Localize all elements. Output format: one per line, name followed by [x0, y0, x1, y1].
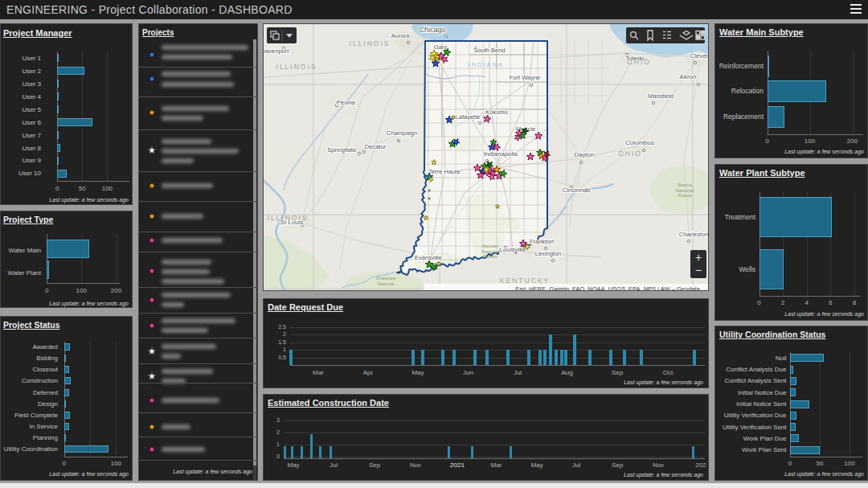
svg-text:Charleston: Charleston — [679, 231, 708, 238]
svg-text:OHIO: OHIO — [627, 58, 651, 66]
svg-text:Shawnee: Shawnee — [375, 276, 396, 281]
svg-text:Evansville: Evansville — [415, 254, 442, 261]
svg-text:Mansfield: Mansfield — [648, 92, 674, 100]
svg-text:Columbus: Columbus — [625, 139, 654, 146]
svg-text:National: National — [676, 188, 694, 193]
svg-text:Esri, HERE, Garmin, FAO, NOAA,: Esri, HERE, Garmin, FAO, NOAA, USGS, EPA… — [515, 285, 705, 291]
svg-text:South Bend: South Bend — [473, 47, 505, 54]
svg-text:Akron: Akron — [680, 73, 697, 80]
svg-text:ILLINOIS: ILLINOIS — [268, 214, 309, 222]
svg-text:Peoria: Peoria — [336, 99, 355, 106]
svg-text:Kokomo: Kokomo — [485, 109, 508, 116]
svg-text:OHIO: OHIO — [618, 150, 642, 158]
svg-text:Fort Wayne: Fort Wayne — [510, 74, 540, 81]
svg-text:Davenport: Davenport — [264, 47, 289, 55]
svg-text:ILLINOIS: ILLINOIS — [350, 39, 391, 47]
svg-text:Hoosier: Hoosier — [482, 244, 499, 248]
svg-text:Forest: Forest — [678, 193, 691, 198]
svg-text:Decatur: Decatur — [365, 143, 387, 150]
svg-text:Nationa: Nationa — [378, 281, 395, 286]
svg-text:ILLINOIS: ILLINOIS — [276, 63, 317, 71]
svg-text:Chicago: Chicago — [419, 26, 445, 34]
svg-text:Cincinnati: Cincinnati — [562, 187, 590, 194]
svg-text:Clevelan: Clevelan — [690, 52, 708, 59]
svg-text:Springfield: Springfield — [327, 146, 355, 154]
svg-text:Dayton: Dayton — [574, 151, 594, 158]
svg-text:Gary: Gary — [434, 43, 448, 51]
svg-text:INDIANA: INDIANA — [469, 61, 504, 68]
svg-text:Lafayette: Lafayette — [456, 113, 481, 121]
svg-text:Aurora: Aurora — [391, 32, 410, 39]
svg-text:Terre Haute: Terre Haute — [428, 168, 460, 175]
svg-text:KENTUCKY: KENTUCKY — [500, 277, 550, 285]
svg-text:Wayne: Wayne — [678, 182, 693, 187]
svg-text:Lexington: Lexington — [535, 250, 562, 257]
svg-text:Louisville: Louisville — [500, 246, 526, 253]
svg-text:Forest: Forest — [483, 254, 497, 259]
svg-text:Indianapolis: Indianapolis — [484, 150, 518, 158]
svg-text:National: National — [481, 249, 499, 254]
svg-text:Frankfort: Frankfort — [530, 238, 555, 245]
svg-text:Champaign: Champaign — [387, 129, 417, 137]
